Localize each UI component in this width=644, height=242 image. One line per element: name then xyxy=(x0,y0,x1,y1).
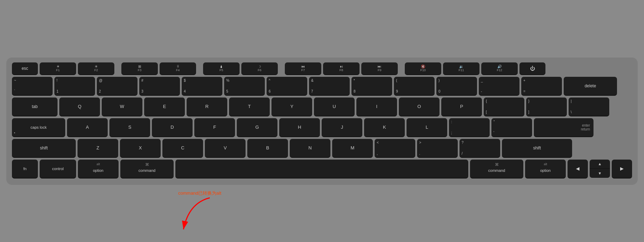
key-arrow-left[interactable]: ◀ xyxy=(568,160,588,179)
key-w[interactable]: W xyxy=(102,98,142,116)
key-a[interactable]: A xyxy=(67,118,108,137)
key-f6[interactable]: ☽ F6 xyxy=(241,62,278,75)
key-period[interactable]: > . xyxy=(417,139,458,158)
key-7[interactable]: & 7 xyxy=(309,77,350,96)
key-j[interactable]: J xyxy=(322,118,362,137)
key-m[interactable]: M xyxy=(332,139,373,158)
key-f4[interactable]: ⠿ F4 xyxy=(160,62,196,75)
key-comma[interactable]: < , xyxy=(375,139,415,158)
key-delete[interactable]: delete xyxy=(564,77,617,96)
key-power[interactable]: ⏻ xyxy=(519,62,545,75)
key-f2[interactable]: ✳ F2 xyxy=(78,62,114,75)
key-r[interactable]: R xyxy=(187,98,227,116)
key-2[interactable]: @ 2 xyxy=(97,77,137,96)
key-f10[interactable]: 🔇 F10 xyxy=(405,62,441,75)
key-i[interactable]: I xyxy=(356,98,397,116)
key-capslock[interactable]: • caps lock xyxy=(12,118,65,137)
annotation-arrow-svg xyxy=(175,196,217,235)
key-f12[interactable]: 🔊 F12 xyxy=(481,62,518,75)
key-k[interactable]: K xyxy=(364,118,405,137)
key-lbracket[interactable]: { [ xyxy=(484,98,524,116)
key-space[interactable] xyxy=(175,160,468,179)
key-z[interactable]: Z xyxy=(78,139,118,158)
zxcv-key-row: shift Z X C V B N M < , > . ? / shift xyxy=(12,139,632,158)
key-5[interactable]: % 5 xyxy=(224,77,265,96)
key-minus[interactable]: _ - xyxy=(479,77,519,96)
key-command-right[interactable]: ⌘ command xyxy=(470,160,523,179)
key-c[interactable]: C xyxy=(162,139,203,158)
key-tilde[interactable]: ~ ` xyxy=(12,77,53,96)
asdf-key-row: • caps lock A S D F G H J K L : ; " ' en… xyxy=(12,118,632,137)
key-y[interactable]: Y xyxy=(271,98,312,116)
key-arrow-down[interactable]: ▼ xyxy=(590,169,610,178)
key-f8[interactable]: ⏯ F8 xyxy=(323,62,360,75)
qwerty-key-row: tab Q W E R T Y U I O P { [ } ] | \ xyxy=(12,98,632,116)
key-fn[interactable]: fn xyxy=(12,160,38,179)
key-3[interactable]: # 3 xyxy=(139,77,180,96)
key-g[interactable]: G xyxy=(237,118,277,137)
key-backslash[interactable]: | \ xyxy=(569,98,609,116)
key-1[interactable]: ! 1 xyxy=(54,77,95,96)
key-command-left[interactable]: ⌘ command xyxy=(120,160,174,179)
key-4[interactable]: $ 4 xyxy=(182,77,222,96)
key-control[interactable]: control xyxy=(40,160,76,179)
key-quote[interactable]: " ' xyxy=(491,118,532,137)
key-t[interactable]: T xyxy=(229,98,270,116)
keyboard: esc ☀ F1 ✳ F2 ⊞ F3 ⠿ F4 � xyxy=(6,58,638,185)
key-esc[interactable]: esc xyxy=(12,62,38,75)
key-f5[interactable]: 🌢 F5 xyxy=(203,62,240,75)
key-rbracket[interactable]: } ] xyxy=(526,98,567,116)
key-tab[interactable]: tab xyxy=(12,98,58,116)
key-x[interactable]: X xyxy=(120,139,161,158)
key-6[interactable]: ^ 6 xyxy=(267,77,307,96)
fn-key-row: esc ☀ F1 ✳ F2 ⊞ F3 ⠿ F4 � xyxy=(12,62,632,75)
key-arrow-updown: ▲ ▼ xyxy=(590,160,610,179)
number-key-row: ~ ` ! 1 @ 2 # 3 $ 4 % 5 ^ 6 & 7 xyxy=(12,77,632,96)
key-f7[interactable]: ⏮ F7 xyxy=(285,62,321,75)
key-e[interactable]: E xyxy=(144,98,185,116)
key-d[interactable]: D xyxy=(152,118,193,137)
key-option-left[interactable]: alt option xyxy=(78,160,119,179)
key-arrow-up[interactable]: ▲ xyxy=(590,160,610,169)
key-s[interactable]: S xyxy=(109,118,150,137)
key-equals[interactable]: + = xyxy=(521,77,562,96)
key-n[interactable]: N xyxy=(290,139,330,158)
key-9[interactable]: ( 9 xyxy=(394,77,435,96)
key-v[interactable]: V xyxy=(205,139,246,158)
key-semicolon[interactable]: : ; xyxy=(449,118,490,137)
key-b[interactable]: B xyxy=(247,139,288,158)
key-0[interactable]: ) 0 xyxy=(436,77,477,96)
annotation-text: command已转换为alt xyxy=(178,190,221,196)
key-slash[interactable]: ? / xyxy=(459,139,500,158)
key-l[interactable]: L xyxy=(407,118,447,137)
key-option-right[interactable]: alt option xyxy=(525,160,566,179)
key-f3[interactable]: ⊞ F3 xyxy=(121,62,158,75)
key-shift-right[interactable]: shift xyxy=(502,139,572,158)
key-8[interactable]: * 8 xyxy=(351,77,392,96)
modifier-key-row: fn control alt option ⌘ command ⌘ comman… xyxy=(12,160,632,179)
key-p[interactable]: P xyxy=(441,98,482,116)
key-f9[interactable]: ⏭ F9 xyxy=(361,62,398,75)
key-f[interactable]: F xyxy=(194,118,235,137)
key-o[interactable]: O xyxy=(399,98,440,116)
key-shift-left[interactable]: shift xyxy=(12,139,76,158)
key-q[interactable]: Q xyxy=(59,98,100,116)
key-f11[interactable]: 🔉 F11 xyxy=(443,62,479,75)
key-arrow-right[interactable]: ▶ xyxy=(612,160,632,179)
key-f1[interactable]: ☀ F1 xyxy=(40,62,76,75)
key-enter[interactable]: enter return xyxy=(534,118,593,137)
key-u[interactable]: U xyxy=(314,98,355,116)
key-h[interactable]: H xyxy=(279,118,320,137)
